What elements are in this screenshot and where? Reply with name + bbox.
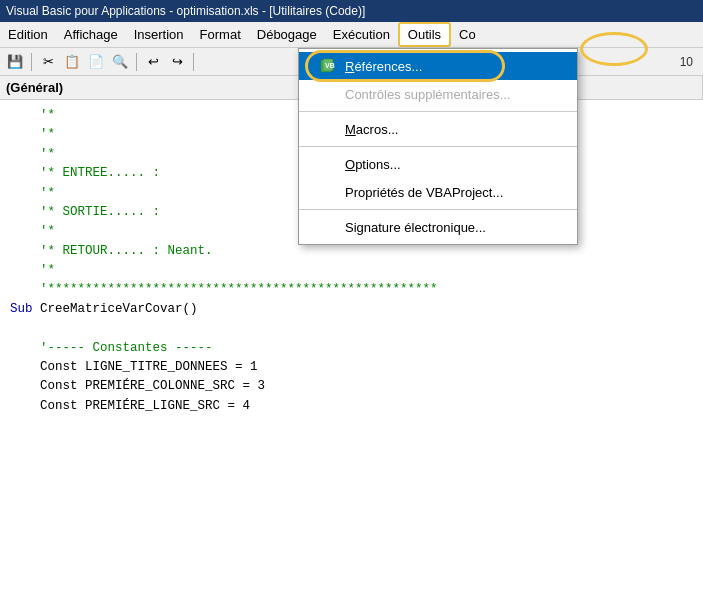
- toolbar-undo[interactable]: ↩: [142, 51, 164, 73]
- options-label: Options...: [345, 157, 401, 172]
- toolbar-redo[interactable]: ↪: [166, 51, 188, 73]
- code-line: Const PREMIÉRE_LIGNE_SRC = 4: [10, 397, 693, 416]
- controles-icon: [319, 85, 337, 103]
- menu-bar: Edition Affichage Insertion Format Débog…: [0, 22, 703, 48]
- signature-label: Signature électronique...: [345, 220, 486, 235]
- svg-text:VB: VB: [325, 62, 335, 69]
- signature-icon: [319, 218, 337, 236]
- menu-affichage-label: Affichage: [64, 27, 118, 42]
- toolbar-sep1: [31, 53, 32, 71]
- menu-edition[interactable]: Edition: [0, 22, 56, 47]
- code-line: '----- Constantes -----: [10, 339, 693, 358]
- toolbar-save[interactable]: 💾: [4, 51, 26, 73]
- code-line: '*: [10, 261, 693, 280]
- code-line: Sub CreeMatriceVarCovar(): [10, 300, 693, 319]
- menu-outils-label: Outils: [408, 27, 441, 42]
- toolbar-sep3: [193, 53, 194, 71]
- toolbar-line-number: 10: [680, 55, 693, 69]
- menu-co[interactable]: Co: [451, 22, 484, 47]
- title-bar: Visual Basic pour Applications - optimis…: [0, 0, 703, 22]
- code-line: [10, 319, 693, 338]
- controles-label: Contrôles supplémentaires...: [345, 87, 510, 102]
- menu-format[interactable]: Format: [192, 22, 249, 47]
- toolbar-sep2: [136, 53, 137, 71]
- toolbar-copy[interactable]: 📋: [61, 51, 83, 73]
- menu-item-options[interactable]: Options...: [299, 150, 577, 178]
- menu-format-label: Format: [200, 27, 241, 42]
- toolbar-paste[interactable]: 📄: [85, 51, 107, 73]
- toolbar-cut[interactable]: ✂: [37, 51, 59, 73]
- dropdown-sep1: [299, 111, 577, 112]
- references-icon: VB: [319, 57, 337, 75]
- menu-affichage[interactable]: Affichage: [56, 22, 126, 47]
- macros-icon: [319, 120, 337, 138]
- code-line: Const LIGNE_TITRE_DONNEES = 1: [10, 358, 693, 377]
- menu-item-macros[interactable]: Macros...: [299, 115, 577, 143]
- dropdown-sep3: [299, 209, 577, 210]
- references-label: Références...: [345, 59, 422, 74]
- code-line: '***************************************…: [10, 280, 693, 299]
- proprietes-icon: [319, 183, 337, 201]
- title-text: Visual Basic pour Applications - optimis…: [6, 4, 365, 18]
- menu-insertion-label: Insertion: [134, 27, 184, 42]
- general-label: (Général): [6, 80, 63, 95]
- menu-item-references[interactable]: VB Références...: [299, 52, 577, 80]
- toolbar-find[interactable]: 🔍: [109, 51, 131, 73]
- menu-execution[interactable]: Exécution: [325, 22, 398, 47]
- menu-co-label: Co: [459, 27, 476, 42]
- menu-item-controles: Contrôles supplémentaires...: [299, 80, 577, 108]
- menu-debogage[interactable]: Débogage: [249, 22, 325, 47]
- dropdown-sep2: [299, 146, 577, 147]
- menu-item-proprietes[interactable]: Propriétés de VBAProject...: [299, 178, 577, 206]
- menu-outils[interactable]: Outils: [398, 22, 451, 47]
- menu-edition-label: Edition: [8, 27, 48, 42]
- code-line: Const PREMIÉRE_COLONNE_SRC = 3: [10, 377, 693, 396]
- menu-execution-label: Exécution: [333, 27, 390, 42]
- menu-debogage-label: Débogage: [257, 27, 317, 42]
- dropdown-menu: VB Références... Contrôles supplémentair…: [298, 48, 578, 245]
- options-icon: [319, 155, 337, 173]
- macros-label: Macros...: [345, 122, 398, 137]
- menu-insertion[interactable]: Insertion: [126, 22, 192, 47]
- menu-item-signature[interactable]: Signature électronique...: [299, 213, 577, 241]
- proprietes-label: Propriétés de VBAProject...: [345, 185, 503, 200]
